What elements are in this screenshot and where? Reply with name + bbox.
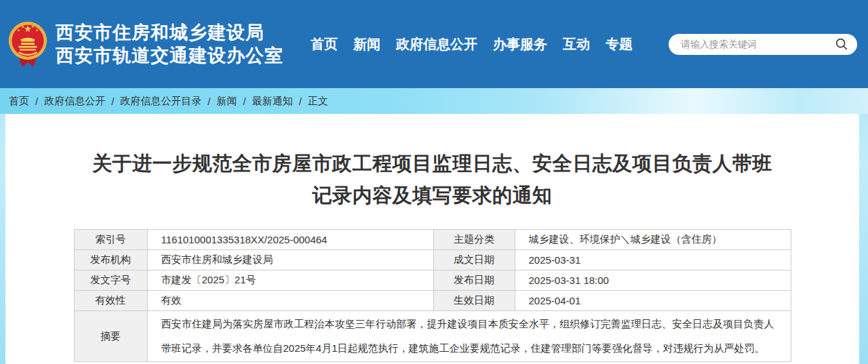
search-box [669,34,857,55]
nav-item-home[interactable]: 首页 [311,35,338,54]
breadcrumb-separator: / [243,96,246,107]
breadcrumb-separator: / [111,96,114,107]
meta-label-effective-date: 生效日期 [433,291,515,311]
meta-value-effective-date: 2025-04-01 [515,291,791,311]
site-brand[interactable]: 西安市住房和城乡建设局 西安市轨道交通建设办公室 [8,20,283,68]
org-name-line2: 西安市轨道交通建设办公室 [56,44,283,67]
meta-value-written-date: 2025-03-31 [515,250,791,270]
site-title: 西安市住房和城乡建设局 西安市轨道交通建设办公室 [56,21,283,67]
breadcrumb-gov-info[interactable]: 政府信息公开 [44,95,105,108]
breadcrumb-news[interactable]: 新闻 [217,95,237,108]
table-row-summary: 摘要 西安市住建局为落实房屋市政工程治本攻坚三年行动部署，提升建设项目本质安全水… [74,311,791,362]
meta-value-index-no: 1161010001335318XX/2025-000464 [147,230,433,250]
document-meta-table: 索引号 1161010001335318XX/2025-000464 主题分类 … [74,229,791,362]
nav-item-interact[interactable]: 互动 [563,35,590,54]
article-title-line2: 记录内容及填写要求的通知 [5,180,859,211]
meta-value-topic-class: 城乡建设、环境保护＼城乡建设（含住房） [515,230,791,250]
meta-value-publish-date: 2025-03-31 18:00 [515,270,791,291]
meta-label-doc-number: 发文字号 [74,270,147,291]
search-button[interactable] [833,37,850,52]
org-name-line1: 西安市住房和城乡建设局 [56,21,283,44]
article-title-line1: 关于进一步规范全市房屋市政工程项目监理日志、安全日志及项目负责人带班 [5,148,859,180]
search-icon [834,37,849,52]
nav-item-gov-info[interactable]: 政府信息公开 [396,35,477,54]
meta-value-publisher: 西安市住房和城乡建设局 [147,250,433,270]
content-card: 关于进一步规范全市房屋市政工程项目监理日志、安全日志及项目负责人带班 记录内容及… [5,114,859,364]
meta-label-publisher: 发布机构 [74,250,147,270]
nav-item-news[interactable]: 新闻 [353,35,380,54]
meta-value-validity: 有效 [147,291,433,311]
breadcrumb-home[interactable]: 首页 [9,95,29,108]
table-row: 有效性 有效 生效日期 2025-04-01 [74,291,791,311]
search-input[interactable] [681,39,833,49]
site-header: 西安市住房和城乡建设局 西安市轨道交通建设办公室 首页 新闻 政府信息公开 办事… [0,0,868,88]
nav-item-services[interactable]: 办事服务 [493,35,547,54]
table-row: 索引号 1161010001335318XX/2025-000464 主题分类 … [74,230,791,250]
breadcrumb-separator: / [208,96,210,107]
meta-label-summary: 摘要 [74,311,147,362]
meta-label-publish-date: 发布日期 [433,270,515,291]
breadcrumb-separator: / [299,96,302,107]
page: 西安市住房和城乡建设局 西安市轨道交通建设办公室 首页 新闻 政府信息公开 办事… [0,0,868,364]
meta-label-index-no: 索引号 [74,230,147,250]
meta-label-validity: 有效性 [74,291,147,311]
table-row: 发文字号 市建发〔2025〕21号 发布日期 2025-03-31 18:00 [74,270,791,291]
meta-value-doc-number: 市建发〔2025〕21号 [147,270,433,291]
meta-label-written-date: 成文日期 [433,250,515,270]
breadcrumb: 首页 / 政府信息公开 / 政府信息公开目录 / 新闻 / 最新通知 / 正文 [0,88,868,114]
main-nav: 首页 新闻 政府信息公开 办事服务 互动 专题 [311,35,633,54]
breadcrumb-separator: / [35,96,38,107]
breadcrumb-gov-info-dir[interactable]: 政府信息公开目录 [120,95,201,108]
nav-item-topics[interactable]: 专题 [606,35,633,54]
breadcrumb-latest-notice[interactable]: 最新通知 [252,95,293,108]
meta-label-topic-class: 主题分类 [433,230,515,250]
national-emblem-icon [8,20,47,68]
article-title: 关于进一步规范全市房屋市政工程项目监理日志、安全日志及项目负责人带班 记录内容及… [5,148,859,211]
meta-value-summary: 西安市住建局为落实房屋市政工程治本攻坚三年行动部署，提升建设项目本质安全水平，组… [147,311,791,362]
breadcrumb-current-article: 正文 [308,95,328,108]
table-row: 发布机构 西安市住房和城乡建设局 成文日期 2025-03-31 [74,250,791,270]
